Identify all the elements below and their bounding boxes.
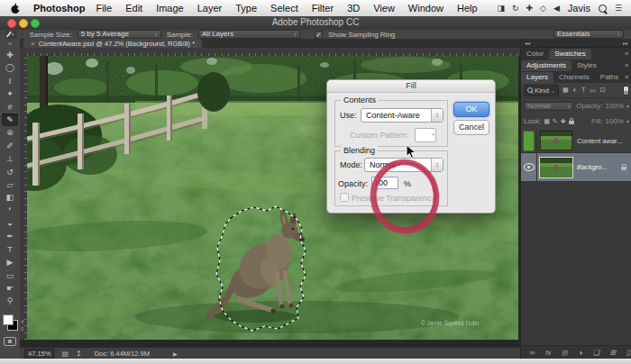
filter-shape-layers-icon[interactable]: ▭ bbox=[590, 86, 596, 94]
sync-icon[interactable]: ↻ bbox=[512, 4, 519, 13]
close-tab-icon[interactable]: × bbox=[31, 40, 35, 48]
cancel-button[interactable]: Cancel bbox=[453, 120, 489, 135]
path-selection-tool[interactable]: ▶ bbox=[2, 256, 18, 268]
menu-username[interactable]: Javis bbox=[568, 3, 590, 14]
healing-brush-tool[interactable]: ⊕ bbox=[2, 126, 18, 139]
filter-smart-objects-icon[interactable]: ⊡ bbox=[600, 86, 606, 94]
eyedropper-tool[interactable]: ✎ bbox=[2, 114, 18, 126]
lock-all-icon[interactable] bbox=[569, 121, 574, 124]
adobe-cc-icon[interactable]: ◨ bbox=[497, 4, 505, 13]
eraser-tool[interactable]: ▱ bbox=[2, 178, 18, 191]
tab-styles[interactable]: Styles bbox=[572, 60, 602, 71]
menu-item[interactable]: Type bbox=[235, 3, 257, 14]
collapse-panels-left-icon[interactable]: ◂◂ bbox=[525, 40, 530, 46]
new-adjustment-layer-icon[interactable]: ◑ bbox=[578, 349, 582, 357]
layer-row-content-aware[interactable]: Content awar... bbox=[521, 129, 631, 153]
menu-app-name[interactable]: Photoshop bbox=[33, 3, 85, 14]
apple-logo-icon[interactable] bbox=[11, 3, 21, 14]
move-cross-icon[interactable]: ✚ bbox=[526, 4, 533, 13]
fill-value[interactable]: 100% bbox=[606, 117, 624, 125]
type-tool[interactable]: T bbox=[2, 243, 18, 256]
menu-item[interactable]: Image bbox=[156, 3, 184, 14]
preserve-transparency-checkbox[interactable] bbox=[340, 193, 349, 202]
lock-pixels-icon[interactable]: ✎ bbox=[553, 118, 558, 125]
tab-paths[interactable]: Paths bbox=[595, 72, 624, 83]
panel-menu-icon[interactable]: ≡ bbox=[625, 60, 628, 71]
tab-swatches[interactable]: Swatches bbox=[549, 49, 591, 59]
dodge-tool[interactable]: ◒ bbox=[2, 217, 18, 230]
document-tab[interactable]: × ContentAware.psd @ 47.2% (Background, … bbox=[23, 39, 202, 48]
blur-tool[interactable]: ❜ bbox=[2, 205, 18, 217]
move-tool[interactable]: ✚ bbox=[2, 49, 18, 61]
eye-icon[interactable] bbox=[524, 163, 535, 171]
marquee-tool[interactable]: ◯ bbox=[2, 61, 18, 74]
panel-menu-icon[interactable]: ≡ bbox=[625, 72, 628, 83]
tool-preset-well[interactable]: ▾ bbox=[5, 31, 17, 39]
rectangle-tool[interactable]: ▭ bbox=[2, 269, 18, 282]
hand-tool[interactable]: ☛ bbox=[2, 282, 18, 295]
opacity-value[interactable]: 100% bbox=[606, 102, 624, 110]
layer-row-background[interactable]: Backgro... bbox=[521, 153, 631, 182]
lock-transparency-icon[interactable]: ▦ bbox=[544, 118, 550, 125]
collapse-toolbar-icon[interactable]: » bbox=[0, 39, 20, 49]
history-brush-tool[interactable]: ↺ bbox=[2, 166, 18, 178]
use-dropdown[interactable]: Content-Aware ↕ bbox=[361, 108, 444, 123]
clone-stamp-tool[interactable]: ⊥ bbox=[2, 152, 18, 165]
filter-type-layers-icon[interactable]: T bbox=[581, 86, 585, 94]
menu-item[interactable]: Edit bbox=[125, 3, 142, 14]
volume-icon[interactable]: ◀ bbox=[553, 4, 560, 13]
dialog-title-bar[interactable]: Fill bbox=[327, 80, 495, 93]
share-icon[interactable]: ↥ bbox=[76, 350, 82, 358]
ok-button[interactable]: OK bbox=[453, 102, 489, 117]
lock-position-icon[interactable]: ✚ bbox=[561, 118, 566, 125]
menu-item[interactable]: Select bbox=[270, 3, 298, 14]
collapse-panels-right-icon[interactable]: ▸▸ bbox=[623, 40, 628, 46]
status-menu-icon[interactable]: ▤ bbox=[61, 350, 69, 358]
zoom-tool[interactable]: ⚲ bbox=[2, 295, 18, 307]
new-layer-icon[interactable]: ⊞ bbox=[610, 349, 617, 357]
window-title-bar[interactable]: Adobe Photoshop CC bbox=[0, 16, 631, 31]
layer-name[interactable]: Backgro... bbox=[577, 163, 608, 171]
brush-tool[interactable]: ✐ bbox=[2, 140, 18, 152]
layer-thumbnail[interactable] bbox=[540, 131, 572, 150]
visibility-cell[interactable] bbox=[521, 129, 537, 152]
link-layers-icon[interactable]: ∞ bbox=[530, 349, 535, 357]
show-sampling-ring-checkbox[interactable]: ✓ bbox=[315, 31, 323, 39]
opacity-input[interactable] bbox=[371, 177, 398, 189]
filter-pixel-layers-icon[interactable]: ▦ bbox=[562, 86, 569, 94]
menu-item[interactable]: File bbox=[96, 3, 112, 14]
menu-item[interactable]: Window bbox=[408, 3, 444, 14]
layers-list-empty-area[interactable] bbox=[521, 182, 631, 345]
spotlight-search-icon[interactable] bbox=[599, 5, 607, 13]
sample-dropdown[interactable]: All Layers ↕ bbox=[198, 30, 300, 39]
layer-name[interactable]: Content awar... bbox=[577, 137, 622, 145]
custom-pattern-swatch[interactable] bbox=[415, 128, 436, 142]
layer-style-icon[interactable]: fx bbox=[545, 349, 551, 357]
delete-layer-icon[interactable]: ▯ bbox=[626, 349, 630, 357]
add-layer-mask-icon[interactable]: ◎ bbox=[562, 349, 568, 357]
menu-item[interactable]: View bbox=[373, 3, 395, 14]
layer-filter-toggle[interactable] bbox=[623, 86, 629, 96]
new-group-icon[interactable]: ❏ bbox=[593, 349, 599, 357]
status-play-icon[interactable]: ▶ bbox=[173, 350, 178, 357]
filter-adjustment-layers-icon[interactable]: ◐ bbox=[573, 86, 577, 94]
zoom-level-field[interactable]: 47.15% bbox=[24, 349, 54, 359]
magic-wand-tool[interactable]: ✦ bbox=[2, 87, 18, 100]
sample-size-dropdown[interactable]: 5 by 5 Average ↕ bbox=[78, 30, 161, 39]
kind-filter-dropdown[interactable]: Kind ⌄ bbox=[524, 85, 559, 96]
gradient-tool[interactable]: ◧ bbox=[2, 191, 18, 204]
diamond-icon[interactable]: ◇ bbox=[540, 4, 546, 13]
panel-menu-icon[interactable]: ≡ bbox=[625, 49, 628, 59]
crop-tool[interactable]: # bbox=[2, 101, 18, 114]
blend-mode-dropdown[interactable]: Normal ↕ bbox=[524, 102, 573, 111]
foreground-color-swatch[interactable] bbox=[3, 314, 14, 325]
pen-tool[interactable]: ✒ bbox=[2, 230, 18, 242]
tab-adjustments[interactable]: Adjustments bbox=[521, 60, 572, 71]
menu-item[interactable]: Help bbox=[457, 3, 478, 14]
notification-center-icon[interactable]: ☰ bbox=[615, 4, 622, 13]
visibility-cell[interactable] bbox=[521, 153, 537, 181]
quick-mask-button[interactable] bbox=[4, 337, 16, 346]
mode-dropdown[interactable]: Normal ↕ bbox=[364, 158, 444, 172]
workspace-dropdown[interactable]: Essentials ↕ bbox=[553, 30, 624, 39]
layer-thumbnail[interactable] bbox=[540, 158, 572, 177]
